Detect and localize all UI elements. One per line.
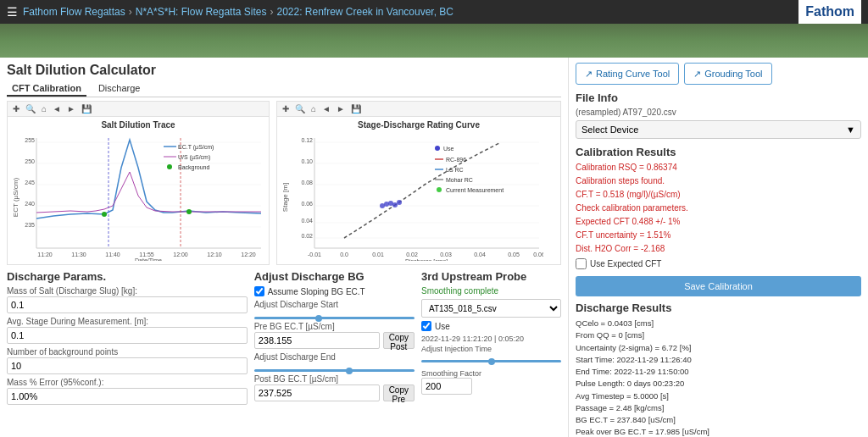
- upstream-title: 3rd Upstream Probe: [421, 270, 561, 283]
- chart1-area: Salt Dilution Trace ECT (µS/cm) 255 250 …: [8, 117, 269, 264]
- cal-result-expected: Expected CFT 0.488 +/- 1%: [576, 216, 861, 228]
- background-image-strip: [0, 24, 868, 58]
- chart2-back-icon[interactable]: ◄: [320, 103, 332, 114]
- svg-text:11:20: 11:20: [37, 252, 53, 257]
- discharge-end-slider[interactable]: [254, 369, 415, 372]
- dr-line-1: From QQ = 0 [cms]: [576, 329, 861, 341]
- adjust-bg-title: Adjust Discharge BG: [254, 270, 415, 283]
- svg-text:11:40: 11:40: [105, 252, 120, 257]
- cal-result-h2o: Dist. H2O Corr = -2.168: [576, 243, 861, 255]
- cal-result-uncertainty: CF.T uncertainty = 1.51%: [576, 230, 861, 241]
- grouding-tool-button[interactable]: ↗ Grouding Tool: [684, 63, 771, 85]
- chart1-move-icon[interactable]: ✚: [11, 103, 21, 114]
- svg-text:12:10: 12:10: [207, 252, 222, 257]
- chart1-save-icon[interactable]: 💾: [80, 103, 93, 114]
- svg-text:Mohar RC: Mohar RC: [446, 177, 473, 183]
- chart2-home-icon[interactable]: ⌂: [309, 103, 318, 114]
- chart2-zoom-icon[interactable]: 🔍: [293, 103, 307, 114]
- svg-point-59: [397, 200, 402, 205]
- chart1-back-icon[interactable]: ◄: [51, 103, 63, 114]
- upstream-section: 3rd Upstream Probe Smoothing complete AT…: [421, 270, 561, 408]
- param-input-avg-stage[interactable]: [7, 327, 248, 344]
- bottom-params: Discharge Params. Mass of Salt (Discharg…: [7, 270, 561, 408]
- hamburger-icon[interactable]: ☰: [7, 5, 18, 19]
- chart1-fwd-icon[interactable]: ►: [65, 103, 77, 114]
- chart-salt-dilution: ✚ 🔍 ⌂ ◄ ► 💾 Salt Dilution Trace ECT (µS/…: [7, 101, 270, 265]
- param-label-avg-stage: Avg. Stage During Measurement. [m]:: [7, 317, 248, 326]
- chart2-move-icon[interactable]: ✚: [281, 103, 291, 114]
- rating-curve-tool-button[interactable]: ↗ Rating Curve Tool: [576, 63, 679, 85]
- tab-discharge[interactable]: Discharge: [93, 81, 146, 97]
- svg-text:Current Measurement: Current Measurement: [446, 187, 504, 193]
- discharge-end-label: Adjust Discharge End: [254, 352, 415, 362]
- svg-point-13: [102, 212, 107, 217]
- left-panel: Salt Dilution Calculator CFT Calibration…: [0, 58, 568, 437]
- svg-point-29: [167, 164, 172, 169]
- dr-line-0: QCelo = 0.0403 [cms]: [576, 318, 861, 329]
- svg-text:U/S (µS/cm): U/S (µS/cm): [178, 154, 210, 161]
- use-expected-cft-row: Use Expected CFT: [576, 258, 861, 269]
- charts-row: ✚ 🔍 ⌂ ◄ ► 💾 Salt Dilution Trace ECT (µS/…: [7, 101, 561, 265]
- chart2-title: Stage-Discharge Rating Curve: [281, 120, 557, 130]
- assume-sloping-label: Assume Sloping BG EC.T: [268, 287, 365, 296]
- smoothing-input[interactable]: [421, 378, 472, 395]
- chart1-zoom-icon[interactable]: 🔍: [24, 103, 37, 114]
- param-input-mass-salt[interactable]: [7, 296, 248, 313]
- select-device-dropdown-icon: ▼: [846, 124, 855, 135]
- breadcrumb-sep-1: ›: [129, 6, 132, 18]
- cal-result-check: Check calibration parameters.: [576, 202, 861, 214]
- breadcrumb-link-3[interactable]: 2022: Renfrew Creek in Vancouver, BC: [276, 6, 453, 18]
- injection-slider[interactable]: [421, 360, 561, 362]
- breadcrumb-link-1[interactable]: Fathom Flow Regattas: [23, 6, 125, 18]
- tab-cft-calibration[interactable]: CFT Calibration: [7, 81, 86, 97]
- chart2-save-icon[interactable]: 💾: [349, 103, 363, 114]
- save-calibration-button[interactable]: Save Calibration: [576, 276, 861, 296]
- upstream-time-info: 2022-11-29 11:21:20 | 0:05:20: [421, 335, 561, 343]
- param-label-mass-error: Mass % Error (95%conf.):: [7, 378, 248, 387]
- svg-text:255: 255: [25, 137, 35, 143]
- chart2-fwd-icon[interactable]: ►: [335, 103, 347, 114]
- param-field-mass-salt: Mass of Salt (Discharge Slug) [kg]:: [7, 286, 248, 313]
- svg-text:12:20: 12:20: [241, 252, 256, 257]
- dr-line-6: Avg Timestep = 5.0000 [s]: [576, 390, 861, 402]
- pre-bg-label: Pre BG EC.T [µS/cm]: [254, 322, 415, 331]
- chart1-home-icon[interactable]: ⌂: [40, 103, 48, 114]
- adjust-bg-section: Adjust Discharge BG Assume Sloping BG EC…: [254, 270, 415, 408]
- injection-label: Adjust Injection Time: [421, 345, 561, 353]
- svg-text:0.01: 0.01: [372, 252, 384, 257]
- svg-text:12:00: 12:00: [173, 252, 188, 257]
- dr-line-7: Passage = 2.48 [kg/cms]: [576, 402, 861, 414]
- use-expected-cft-checkbox[interactable]: [576, 258, 587, 269]
- discharge-start-slider[interactable]: [254, 317, 415, 319]
- svg-text:LS RC: LS RC: [446, 167, 464, 173]
- calculator-title: Salt Dilution Calculator: [7, 63, 561, 78]
- pre-bg-input[interactable]: [254, 332, 380, 349]
- param-input-bg-points[interactable]: [7, 357, 248, 374]
- svg-text:-0.01: -0.01: [308, 252, 321, 257]
- assume-sloping-checkbox[interactable]: [254, 286, 264, 296]
- svg-text:EC.T (µS/cm): EC.T (µS/cm): [178, 144, 214, 151]
- svg-text:Use: Use: [443, 146, 454, 152]
- copy-post-button[interactable]: Copy Post: [383, 332, 415, 349]
- upstream-device-select[interactable]: AT135_018_5.csv: [421, 299, 561, 318]
- param-input-mass-error[interactable]: [7, 388, 248, 405]
- smoothing-field: Smoothing Factor: [421, 369, 561, 395]
- chart1-title: Salt Dilution Trace: [11, 120, 265, 130]
- post-bg-input[interactable]: [254, 384, 380, 401]
- param-label-bg-points: Number of background points: [7, 347, 248, 357]
- chart-stage-discharge: ✚ 🔍 ⌂ ◄ ► 💾 Stage-Discharge Rating Curve…: [276, 101, 561, 265]
- upstream-use-checkbox[interactable]: [421, 321, 431, 331]
- breadcrumb-link-2[interactable]: N*A*S*H: Flow Regatta Sites: [136, 6, 267, 18]
- svg-text:0.06: 0.06: [301, 201, 313, 207]
- grouding-label: Grouding Tool: [704, 69, 762, 79]
- svg-text:11:30: 11:30: [71, 252, 86, 257]
- svg-point-68: [437, 187, 442, 192]
- svg-text:245: 245: [25, 180, 35, 185]
- chart2-toolbar: ✚ 🔍 ⌂ ◄ ► 💾: [277, 102, 560, 117]
- select-device-button[interactable]: Select Device ▼: [576, 120, 861, 139]
- dr-line-4: End Time: 2022-11-29 11:50:00: [576, 366, 861, 378]
- svg-text:0.08: 0.08: [301, 180, 313, 185]
- svg-text:0.05: 0.05: [508, 252, 520, 257]
- copy-pre-button[interactable]: Copy Pre: [383, 384, 415, 401]
- svg-text:250: 250: [25, 158, 35, 164]
